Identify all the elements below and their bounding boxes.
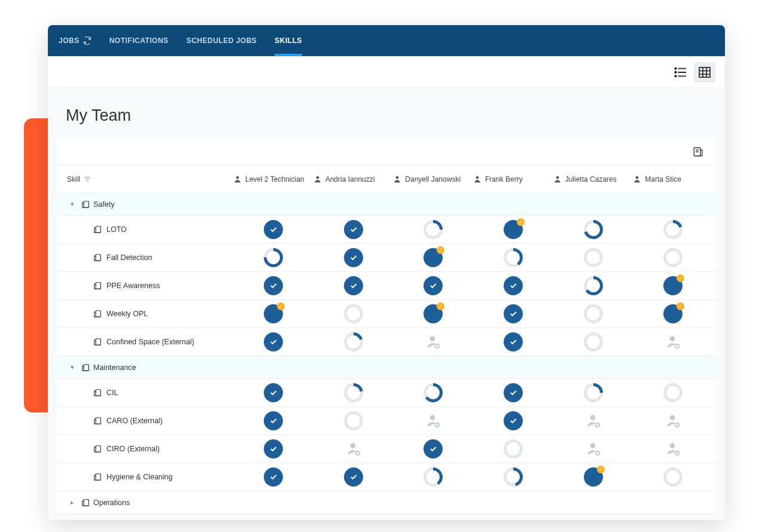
- svg-point-87: [350, 443, 355, 448]
- status-progress-icon[interactable]: [423, 383, 443, 402]
- status-complete-badged-icon[interactable]: [264, 304, 283, 323]
- column-header-person[interactable]: Andria Iannuzzi: [313, 175, 394, 184]
- category-icon: [81, 200, 90, 209]
- group-label: Maintenance: [93, 363, 136, 372]
- svg-point-21: [556, 176, 559, 179]
- column-header-person[interactable]: Julietta Cazares: [553, 175, 633, 184]
- status-complete-icon[interactable]: [344, 276, 363, 295]
- tab-label: SKILLS: [275, 36, 302, 45]
- status-progress-icon[interactable]: [264, 248, 283, 267]
- assign-user-icon[interactable]: [665, 413, 681, 429]
- status-complete-badged-icon[interactable]: [663, 304, 682, 323]
- svg-point-51: [430, 336, 435, 341]
- status-complete-icon[interactable]: [264, 439, 283, 458]
- status-progress-icon[interactable]: [423, 220, 443, 239]
- svg-point-97: [670, 443, 675, 448]
- status-complete-badged-icon[interactable]: [504, 220, 523, 239]
- status-progress-icon[interactable]: [504, 467, 523, 487]
- status-progress-icon[interactable]: [344, 332, 363, 351]
- skill-cell: [473, 304, 553, 323]
- status-progress-icon[interactable]: [584, 248, 603, 267]
- grid-view-button[interactable]: [694, 62, 715, 82]
- skill-cell: [313, 276, 394, 295]
- status-complete-icon[interactable]: [504, 304, 523, 323]
- assign-user-icon[interactable]: [425, 334, 441, 350]
- status-complete-icon[interactable]: [504, 383, 523, 402]
- column-header-label: Andria Iannuzzi: [325, 175, 375, 184]
- status-complete-icon[interactable]: [344, 248, 363, 267]
- status-progress-icon[interactable]: [423, 467, 443, 487]
- status-complete-icon[interactable]: [344, 220, 363, 239]
- column-header-person[interactable]: Marta Stice: [633, 175, 713, 184]
- status-complete-icon[interactable]: [264, 276, 283, 295]
- status-progress-icon[interactable]: [344, 304, 363, 323]
- svg-rect-71: [96, 418, 100, 424]
- status-complete-icon[interactable]: [264, 467, 283, 487]
- status-progress-icon[interactable]: [663, 248, 682, 267]
- skill-cell: [313, 332, 394, 351]
- assign-user-icon[interactable]: [665, 441, 681, 457]
- list-view-button[interactable]: [670, 62, 691, 82]
- status-complete-badged-icon[interactable]: [584, 467, 603, 487]
- assign-user-icon[interactable]: [665, 334, 681, 350]
- status-progress-icon[interactable]: [584, 276, 603, 295]
- status-progress-icon[interactable]: [344, 411, 363, 430]
- status-complete-icon[interactable]: [264, 411, 283, 430]
- status-complete-icon[interactable]: [344, 467, 363, 487]
- svg-point-91: [505, 441, 521, 457]
- status-progress-icon[interactable]: [344, 383, 363, 402]
- tab-skills[interactable]: SKILLS: [275, 25, 302, 56]
- tab-scheduled-jobs[interactable]: SCHEDULED JOBS: [187, 25, 257, 56]
- status-complete-icon[interactable]: [504, 411, 523, 430]
- status-progress-icon[interactable]: [584, 220, 603, 239]
- tab-notifications[interactable]: NOTIFICATIONS: [109, 25, 169, 56]
- assign-user-icon[interactable]: [346, 441, 361, 457]
- skill-cell: [313, 304, 394, 323]
- status-complete-icon[interactable]: [423, 276, 443, 295]
- assign-user-icon[interactable]: [425, 413, 441, 429]
- status-progress-icon[interactable]: [663, 383, 682, 402]
- skill-label: Weekly OPL: [106, 310, 148, 318]
- svg-point-82: [670, 415, 675, 420]
- status-complete-badged-icon[interactable]: [423, 248, 443, 267]
- chevron-down-icon: ▾: [67, 200, 78, 208]
- status-complete-icon[interactable]: [423, 439, 443, 458]
- svg-point-4: [675, 71, 677, 73]
- group-row[interactable]: ▾ Maintenance: [56, 356, 717, 379]
- status-progress-icon[interactable]: [504, 248, 523, 267]
- status-complete-icon[interactable]: [264, 332, 283, 351]
- svg-point-36: [585, 250, 601, 266]
- export-icon[interactable]: [693, 146, 703, 157]
- column-header-skill[interactable]: Skill: [60, 175, 233, 184]
- chevron-right-icon: ▸: [67, 499, 78, 506]
- column-header-person[interactable]: Danyell Janowski: [393, 175, 473, 184]
- status-progress-icon[interactable]: [584, 383, 603, 402]
- status-complete-icon[interactable]: [264, 383, 283, 402]
- svg-point-106: [665, 469, 681, 485]
- status-complete-icon[interactable]: [504, 276, 523, 295]
- assign-user-icon[interactable]: [586, 413, 601, 429]
- status-progress-icon[interactable]: [663, 220, 682, 239]
- status-progress-icon[interactable]: [584, 332, 603, 351]
- grid-toolbar: [56, 138, 717, 166]
- status-progress-icon[interactable]: [663, 467, 682, 487]
- status-complete-icon[interactable]: [504, 332, 523, 351]
- skill-cell: [233, 439, 313, 458]
- status-complete-icon[interactable]: [264, 220, 283, 239]
- skill-cell: [473, 467, 553, 487]
- status-complete-badged-icon[interactable]: [423, 304, 443, 323]
- column-header-person[interactable]: Frank Berry: [473, 175, 553, 184]
- skills-grid: Skill Level 2 Technician Andria Iannuzzi…: [56, 138, 717, 514]
- group-row[interactable]: ▾ Safety: [56, 193, 717, 216]
- group-row[interactable]: ▸ Operations: [56, 491, 717, 514]
- status-complete-badged-icon[interactable]: [663, 276, 682, 295]
- column-header-label: Skill: [67, 175, 80, 184]
- assign-user-icon[interactable]: [586, 441, 601, 457]
- svg-point-57: [670, 336, 675, 341]
- svg-point-5: [675, 75, 677, 77]
- tab-jobs[interactable]: JOBS: [59, 25, 92, 56]
- status-progress-icon[interactable]: [504, 439, 523, 458]
- skill-cell: [233, 332, 313, 351]
- column-header-person[interactable]: Level 2 Technician: [233, 175, 313, 184]
- status-progress-icon[interactable]: [584, 304, 603, 323]
